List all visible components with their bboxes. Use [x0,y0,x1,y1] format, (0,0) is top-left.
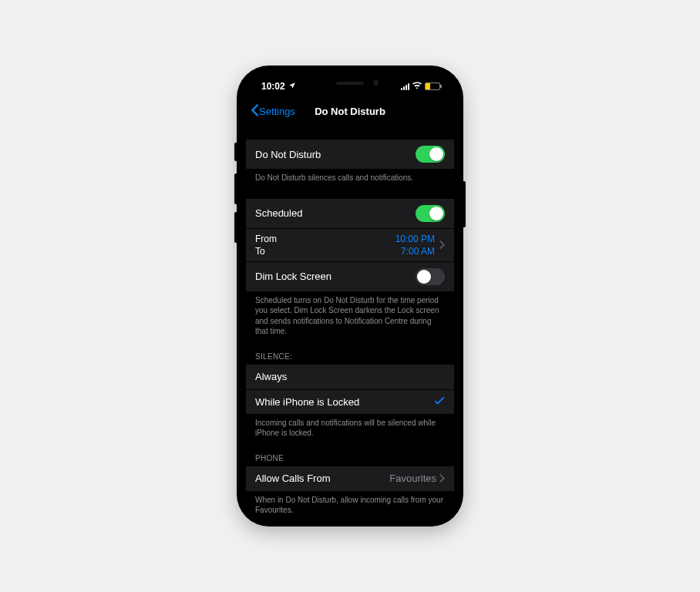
from-label: From [255,234,395,244]
dnd-toggle[interactable] [416,146,445,163]
scheduled-row: Scheduled [246,199,454,228]
power-button [463,181,466,227]
back-button[interactable]: Settings [251,104,295,119]
dnd-footer: Do Not Disturb silences calls and notifi… [246,169,454,183]
speaker [336,82,364,85]
chevron-right-icon [439,474,445,483]
dim-lock-toggle[interactable] [416,268,445,285]
silence-footer: Incoming calls and notifications will be… [246,414,454,439]
wifi-icon [412,81,422,92]
phone-frame: 10:02 Se [237,66,463,526]
back-label: Settings [259,106,295,117]
chevron-right-icon [439,240,445,249]
scheduled-footer: Scheduled turns on Do Not Disturb for th… [246,291,454,337]
to-value: 7:00 AM [395,246,435,257]
page-title: Do Not Disturb [315,106,385,117]
dnd-row: Do Not Disturb [246,140,454,169]
silence-header: SILENCE: [246,352,454,365]
chevron-left-icon [251,104,259,119]
silence-always-label: Always [255,371,287,382]
scheduled-toggle[interactable] [416,205,445,222]
from-value: 10:00 PM [395,234,435,244]
allow-calls-row[interactable]: Allow Calls From Favourites [246,466,454,491]
status-time: 10:02 [261,81,285,92]
check-icon [434,396,445,408]
silence-always-row[interactable]: Always [246,365,454,389]
phone-header: PHONE [246,454,454,466]
nav-bar: Settings Do Not Disturb [246,98,454,124]
notch [300,75,400,92]
mute-switch [234,143,237,161]
volume-down-button [234,212,237,243]
cellular-icon [401,82,409,90]
location-icon [288,81,296,92]
screen: 10:02 Se [246,75,454,517]
scheduled-label: Scheduled [255,207,302,219]
silence-locked-label: While iPhone is Locked [255,396,359,408]
allow-calls-label: Allow Calls From [255,473,331,484]
schedule-time-row[interactable]: From To 10:00 PM 7:00 AM [246,228,454,261]
to-label: To [255,246,395,257]
volume-up-button [234,173,237,204]
dim-lock-label: Dim Lock Screen [255,271,331,282]
content[interactable]: Do Not Disturb Do Not Disturb silences c… [246,124,454,517]
battery-icon [425,82,440,90]
silence-locked-row[interactable]: While iPhone is Locked [246,389,454,414]
allow-calls-value: Favourites [389,473,436,484]
front-camera [373,80,379,86]
phone-footer: When in Do Not Disturb, allow incoming c… [246,491,454,516]
dnd-label: Do Not Disturb [255,149,321,160]
dim-lock-row: Dim Lock Screen [246,261,454,291]
